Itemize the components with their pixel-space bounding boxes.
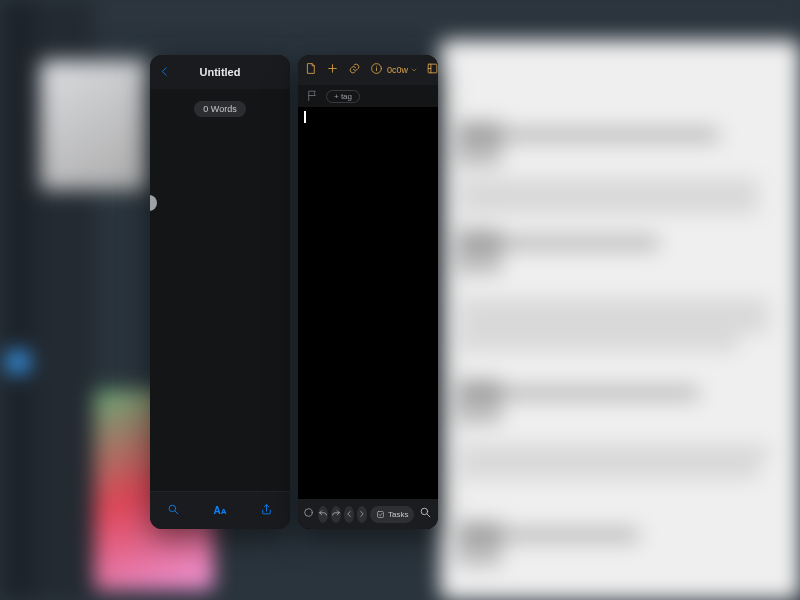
arrow-right-icon	[357, 509, 367, 519]
plus-icon	[326, 62, 339, 75]
link-button[interactable]	[348, 61, 361, 79]
ia-writer-editor[interactable]: 0 Words	[150, 89, 290, 491]
hide-keyboard-button[interactable]	[437, 505, 438, 523]
cursor-right-button[interactable]	[357, 506, 367, 523]
ia-writer-titlebar: Untitled	[150, 55, 290, 89]
chevron-down-icon	[410, 66, 418, 74]
tasks-button[interactable]: Tasks	[370, 506, 414, 523]
drafts-bottom-toolbar: Tasks	[298, 499, 438, 529]
find-button[interactable]	[419, 505, 432, 523]
drafts-tag-row: + tag	[298, 85, 438, 107]
svg-point-6	[422, 508, 429, 515]
svg-point-0	[169, 505, 176, 512]
drafts-top-toolbar: 0c0w	[298, 55, 438, 85]
search-icon	[167, 503, 180, 516]
add-tag-chip[interactable]: + tag	[326, 90, 360, 103]
circle-icon	[302, 506, 315, 519]
focus-mode-button[interactable]	[426, 61, 438, 79]
svg-rect-5	[378, 511, 384, 517]
text-format-button[interactable]: AA	[213, 505, 226, 516]
chevron-left-icon	[158, 65, 171, 78]
arrange-icon	[426, 62, 438, 75]
flag-icon	[306, 89, 319, 102]
new-draft-button[interactable]	[304, 61, 317, 79]
share-icon	[260, 503, 273, 516]
redo-icon	[331, 509, 341, 519]
ia-writer-bottom-toolbar: AA	[150, 491, 290, 529]
search-icon	[419, 506, 432, 519]
undo-button[interactable]	[318, 506, 328, 523]
document-icon	[304, 62, 317, 75]
word-count-pill: 0 Words	[194, 101, 245, 117]
info-button[interactable]	[370, 61, 383, 79]
text-cursor	[304, 111, 306, 123]
chevron-down-icon	[437, 506, 438, 519]
arrow-left-icon	[344, 509, 354, 519]
toggle-sidebar-button[interactable]	[302, 505, 315, 523]
char-word-count[interactable]: 0c0w	[387, 65, 418, 75]
ia-writer-slideover[interactable]: iA iA Writer Untitled Untitled 0 Words A…	[150, 55, 290, 529]
redo-button[interactable]	[331, 506, 341, 523]
share-button[interactable]	[260, 502, 273, 520]
document-title: Untitled	[200, 66, 241, 78]
add-button[interactable]	[326, 61, 339, 79]
drafts-editor[interactable]	[298, 107, 438, 499]
drafts-slideover[interactable]: Drafts 0c0w	[298, 55, 438, 529]
link-icon	[348, 62, 361, 75]
search-button[interactable]	[167, 502, 180, 520]
info-icon	[370, 62, 383, 75]
check-square-icon	[376, 510, 385, 519]
back-button[interactable]	[158, 65, 171, 80]
svg-point-4	[305, 509, 313, 517]
flag-button[interactable]	[306, 89, 319, 104]
undo-icon	[318, 509, 328, 519]
cursor-left-button[interactable]	[344, 506, 354, 523]
